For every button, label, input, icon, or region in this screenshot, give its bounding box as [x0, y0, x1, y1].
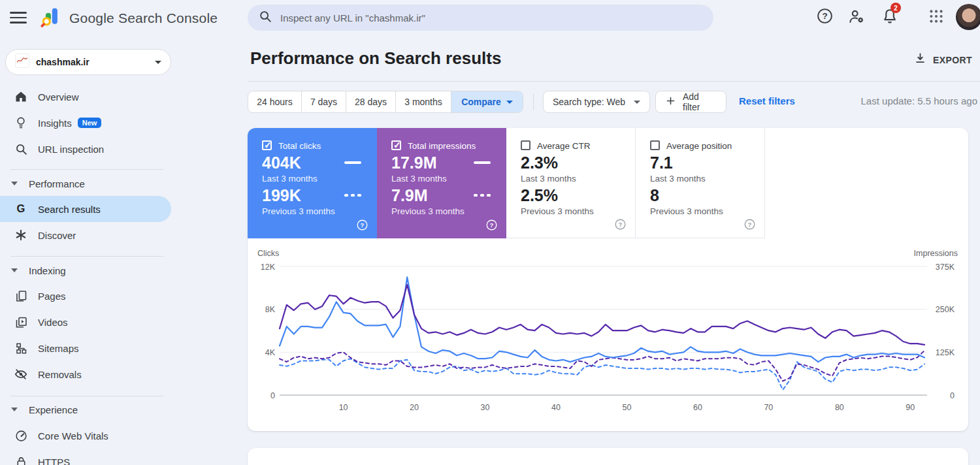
hamburger-menu-icon[interactable] [10, 10, 27, 25]
reset-filters-link[interactable]: Reset filters [739, 95, 795, 106]
sidebar-item-core-web-vitals[interactable]: Core Web Vitals [0, 423, 171, 449]
search-console-logo-icon [39, 5, 63, 31]
right-axis-tick: 250K [936, 305, 955, 314]
collapse-triangle-icon [11, 408, 18, 411]
sidebar-item-videos[interactable]: Videos [0, 309, 171, 335]
sidebar-item-discover[interactable]: Discover [0, 222, 171, 248]
total-impressions-checkbox[interactable] [391, 140, 401, 150]
plus-icon [665, 95, 676, 108]
top-bar: Google Search Console ? 2 [0, 0, 980, 35]
sidebar-item-sitemaps[interactable]: Sitemaps [0, 335, 171, 361]
account-avatar[interactable] [956, 4, 980, 30]
metric-value-previous: 7.9M [391, 186, 428, 205]
chart-line-impressions-last-3-months [280, 285, 924, 345]
collapse-triangle-icon [11, 182, 18, 185]
right-axis-tick: 125K [936, 348, 955, 357]
url-inspect-input[interactable] [280, 12, 703, 24]
export-button[interactable]: EXPORT [913, 52, 972, 68]
lock-icon [13, 454, 29, 465]
metric-value-current: 2.3% [521, 153, 558, 172]
help-icon[interactable]: ? [485, 219, 498, 231]
date-range-tabs: 24 hours 7 days 28 days 3 months Compare [248, 91, 523, 113]
x-axis-tick: 30 [481, 403, 490, 412]
svg-text:?: ? [822, 11, 827, 21]
property-favicon [15, 54, 29, 71]
tab-28-days[interactable]: 28 days [346, 91, 396, 112]
x-axis-tick: 60 [693, 403, 702, 412]
sidebar-item-https[interactable]: HTTPS [0, 449, 171, 465]
add-filter-button[interactable]: Add filter [655, 91, 727, 113]
notification-count-badge: 2 [890, 3, 901, 13]
filter-divider [533, 93, 534, 110]
right-axis-tick: 0 [950, 391, 955, 400]
video-icon [13, 314, 29, 330]
metric-value-previous: 8 [650, 186, 659, 205]
sidebar-item-url-inspection[interactable]: URL inspection [0, 136, 171, 162]
app-logo[interactable]: Google Search Console [39, 5, 218, 31]
x-axis-tick: 70 [764, 403, 773, 412]
sitemap-tree-icon [13, 340, 29, 356]
metric-value-current: 7.1 [650, 153, 673, 172]
new-badge: New [78, 118, 102, 128]
download-icon [913, 52, 927, 68]
sidebar-item-overview[interactable]: Overview [0, 84, 171, 110]
dashed-line-key-icon [344, 194, 361, 197]
user-settings-icon[interactable] [847, 7, 864, 24]
help-icon[interactable]: ? [743, 218, 756, 231]
left-axis-tick: 8K [265, 305, 276, 314]
metric-value-previous: 199K [262, 186, 301, 205]
average-position-checkbox[interactable] [650, 140, 660, 150]
metric-card-total-clicks[interactable]: Total clicks 404K Last 3 months 199K Pre… [248, 128, 377, 238]
sidebar-item-removals[interactable]: Removals [0, 361, 171, 387]
property-name: chashmak.ir [36, 57, 90, 67]
total-clicks-checkbox[interactable] [262, 140, 272, 150]
chart-line-clicks-last-3-months [280, 277, 924, 362]
x-axis-tick: 80 [835, 403, 844, 412]
performance-line-chart[interactable]: ClicksImpressions12K8K4K0375K250K125K010… [248, 238, 968, 431]
tab-compare[interactable]: Compare [451, 91, 523, 112]
x-axis-tick: 50 [623, 403, 632, 412]
sidebar-section-experience[interactable]: Experience [0, 397, 171, 422]
x-axis-tick: 20 [410, 403, 419, 412]
left-axis-title: Clicks [257, 249, 279, 258]
help-icon[interactable]: ? [356, 219, 368, 231]
property-selector[interactable]: chashmak.ir [5, 49, 171, 75]
svg-text:?: ? [748, 221, 752, 228]
sidebar-divider [10, 169, 163, 170]
svg-text:G: G [17, 202, 25, 214]
tab-3-months[interactable]: 3 months [396, 91, 451, 112]
tab-7-days[interactable]: 7 days [302, 91, 346, 112]
search-type-filter[interactable]: Search type: Web [543, 91, 650, 113]
collapse-triangle-icon [11, 268, 18, 272]
tab-24-hours[interactable]: 24 hours [248, 91, 302, 112]
pages-icon [13, 288, 29, 304]
sidebar-section-indexing[interactable]: Indexing [0, 258, 171, 283]
magnifier-icon [13, 141, 29, 157]
metric-card-average-position[interactable]: Average position 7.1 Last 3 months 8 Pre… [636, 128, 765, 238]
left-axis-tick: 4K [265, 348, 276, 357]
url-inspect-search-bar[interactable] [248, 5, 713, 31]
left-axis-tick: 0 [270, 391, 275, 400]
sidebar-divider [10, 256, 163, 257]
google-apps-grid-icon[interactable] [928, 8, 945, 25]
average-ctr-checkbox[interactable] [521, 140, 531, 150]
sidebar-item-insights[interactable]: Insights New [0, 110, 171, 136]
metric-value-previous: 2.5% [521, 186, 558, 205]
chevron-down-icon [155, 61, 161, 64]
search-icon [258, 9, 272, 26]
metric-card-average-ctr[interactable]: Average CTR 2.3% Last 3 months 2.5% Prev… [506, 128, 636, 238]
next-section-panel [248, 448, 968, 465]
help-icon[interactable]: ? [614, 218, 627, 231]
help-icon[interactable]: ? [816, 7, 833, 24]
asterisk-icon [13, 227, 29, 243]
last-update-text: Last update: 5.5 hours ago [861, 95, 977, 106]
sidebar-section-performance[interactable]: Performance [0, 171, 171, 196]
home-icon [13, 89, 29, 104]
solid-line-key-icon [474, 161, 491, 164]
sidebar-item-search-results[interactable]: G Search results [0, 196, 171, 222]
metric-value-current: 404K [262, 153, 301, 172]
svg-text:?: ? [619, 221, 623, 228]
sidebar-item-pages[interactable]: Pages [0, 283, 171, 309]
metric-card-total-impressions[interactable]: Total impressions 17.9M Last 3 months 7.… [377, 128, 506, 238]
chevron-down-icon [634, 101, 640, 104]
